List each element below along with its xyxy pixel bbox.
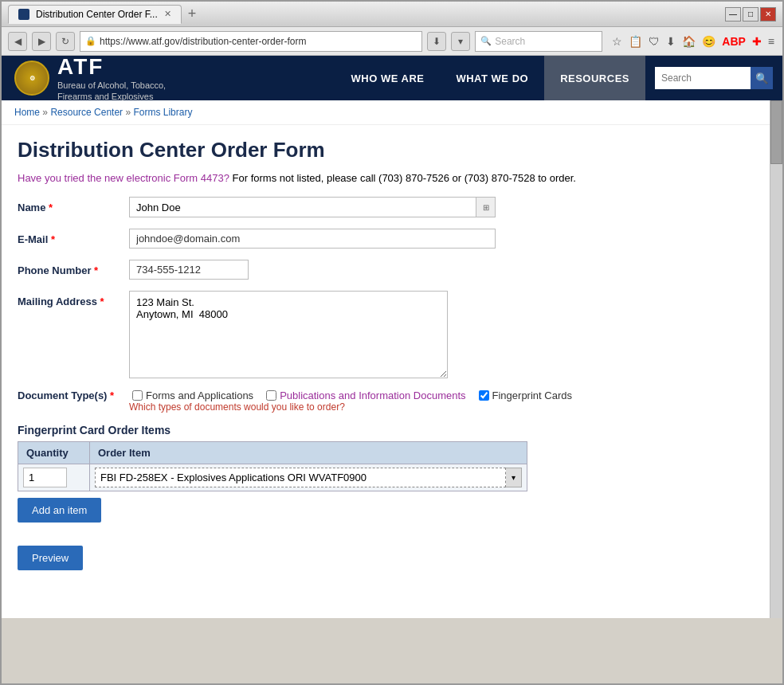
toolbar-icons: ☆ 📋 🛡 ⬇ 🏠 😊 ABP ✚ ≡ <box>610 33 776 49</box>
fingerprint-label: Fingerprint Cards <box>492 389 572 401</box>
doc-option-fingerprint: Fingerprint Cards <box>479 389 572 401</box>
seal-inner: ⚙ <box>29 75 35 82</box>
quantity-input[interactable] <box>23 468 67 487</box>
name-picker-icon[interactable]: ⊞ <box>476 197 496 217</box>
nav-search-button[interactable]: 🔍 <box>751 67 773 89</box>
active-tab[interactable]: Distribution Center Order F... ✕ <box>8 5 182 24</box>
breadcrumb-resource-center[interactable]: Resource Center <box>50 107 123 118</box>
content-wrapper: Home » Resource Center » Forms Library D… <box>2 100 782 618</box>
publications-label: Publications and Information Documents <box>280 389 465 401</box>
maximize-button[interactable]: □ <box>743 7 759 22</box>
minimize-button[interactable]: — <box>725 7 741 22</box>
atf-seal: ⚙ <box>14 61 49 96</box>
reading-list-icon[interactable]: 📋 <box>627 33 644 49</box>
url-text: https://www.atf.gov/distribution-center-… <box>100 36 306 47</box>
forward-button[interactable]: ▶ <box>32 32 51 51</box>
doc-types-row: Document Type(s) * Forms and Application… <box>18 389 766 401</box>
breadcrumb: Home » Resource Center » Forms Library <box>2 100 782 125</box>
atf-brand: ATF Bureau of Alcohol, Tobacco, Firearms… <box>57 54 166 103</box>
name-input[interactable] <box>129 197 476 217</box>
browser-search-bar[interactable]: 🔍 Search <box>475 31 602 52</box>
doc-types-hint: Which types of documents would you like … <box>129 401 766 413</box>
search-placeholder: Search <box>495 36 525 47</box>
doc-types-required: * <box>110 389 114 401</box>
browser-window: Distribution Center Order F... ✕ + — □ ✕… <box>0 0 784 685</box>
nav-who-we-are[interactable]: WHO WE ARE <box>335 56 441 100</box>
col-order-item: Order Item <box>90 442 527 464</box>
doc-types-label: Document Type(s) * <box>18 389 129 401</box>
name-field-group: Name * ⊞ <box>18 197 766 217</box>
doc-options: Forms and Applications Publications and … <box>132 389 572 401</box>
window-controls: — □ ✕ <box>725 7 776 22</box>
nav-search-input[interactable] <box>655 67 751 89</box>
promo-link[interactable]: Have you tried the new electronic Form 4… <box>18 172 229 184</box>
nav-search: 🔍 <box>645 56 782 100</box>
scrollbar-thumb[interactable] <box>770 100 782 164</box>
home-icon[interactable]: 🏠 <box>680 33 697 49</box>
main-content: Distribution Center Order Form Have you … <box>2 125 782 583</box>
reload-button[interactable]: ↻ <box>56 32 75 51</box>
address-required: * <box>100 296 104 307</box>
table-header-row: Quantity Order Item <box>18 442 527 464</box>
atf-navigation: ⚙ ATF Bureau of Alcohol, Tobacco, Firear… <box>2 56 782 100</box>
fingerprint-checkbox[interactable] <box>479 390 489 401</box>
bookmark-icon[interactable]: ☆ <box>610 33 624 49</box>
breadcrumb-home[interactable]: Home <box>14 107 40 118</box>
address-field-group: Mailing Address * 123 Main St. Anytown, … <box>18 291 766 378</box>
tab-bar: Distribution Center Order F... ✕ + <box>8 5 196 24</box>
new-tab-button[interactable]: + <box>188 6 197 22</box>
nav-links: WHO WE ARE WHAT WE DO RESOURCES 🔍 <box>335 56 782 100</box>
extension-icon[interactable]: ✚ <box>751 33 763 49</box>
item-select-dropdown-button[interactable]: ▾ <box>506 468 522 487</box>
tab-close-button[interactable]: ✕ <box>164 9 171 19</box>
address-bar: ◀ ▶ ↻ 🔒 https://www.atf.gov/distribution… <box>2 27 782 56</box>
atf-logo: ⚙ ATF Bureau of Alcohol, Tobacco, Firear… <box>2 56 178 100</box>
doc-types-section: Document Type(s) * Forms and Application… <box>18 389 766 413</box>
nav-what-we-do[interactable]: WHAT WE DO <box>440 56 544 100</box>
back-button[interactable]: ◀ <box>8 32 27 51</box>
scrollbar-track[interactable] <box>770 100 782 618</box>
nav-resources[interactable]: RESOURCES <box>544 56 645 100</box>
item-select[interactable]: FBI FD-258EX - Explosives Applications O… <box>95 468 506 487</box>
download-button[interactable]: ⬇ <box>427 32 446 51</box>
download2-icon[interactable]: ⬇ <box>664 33 677 49</box>
name-label: Name * <box>18 197 129 213</box>
breadcrumb-forms-library[interactable]: Forms Library <box>133 107 192 118</box>
name-required: * <box>49 202 53 213</box>
name-input-wrapper: ⊞ <box>129 197 496 217</box>
add-item-button[interactable]: Add an item <box>18 498 101 523</box>
page-title: Distribution Center Order Form <box>18 138 766 162</box>
email-label: E-Mail * <box>18 229 129 245</box>
atf-brand-subtitle: Bureau of Alcohol, Tobacco, Firearms and… <box>57 80 166 103</box>
shield-icon[interactable]: 🛡 <box>647 33 661 49</box>
adblock-icon[interactable]: ABP <box>720 33 747 49</box>
phone-label: Phone Number * <box>18 260 129 276</box>
download-options-button[interactable]: ▾ <box>451 32 470 51</box>
title-bar: Distribution Center Order F... ✕ + — □ ✕ <box>2 2 782 27</box>
forms-checkbox[interactable] <box>132 390 143 401</box>
doc-option-publications: Publications and Information Documents <box>266 389 465 401</box>
email-field-group: E-Mail * <box>18 229 766 249</box>
tab-favicon <box>18 9 29 20</box>
phone-input[interactable] <box>129 260 249 280</box>
email-input[interactable] <box>129 229 496 249</box>
col-quantity: Quantity <box>18 442 90 464</box>
phone-required: * <box>94 264 98 276</box>
table-row: FBI FD-258EX - Explosives Applications O… <box>18 464 527 491</box>
menu-icon[interactable]: ≡ <box>766 33 776 49</box>
address-input[interactable]: 123 Main St. Anytown, MI 48000 <box>129 291 448 378</box>
emoji-icon[interactable]: 😊 <box>700 33 717 49</box>
close-button[interactable]: ✕ <box>760 7 776 22</box>
phone-field-group: Phone Number * <box>18 260 766 280</box>
doc-option-forms: Forms and Applications <box>132 389 253 401</box>
atf-brand-name: ATF <box>57 54 166 80</box>
quantity-cell <box>18 464 90 491</box>
item-cell: FBI FD-258EX - Explosives Applications O… <box>90 464 527 491</box>
page-content: Home » Resource Center » Forms Library D… <box>2 100 782 618</box>
promo-text: Have you tried the new electronic Form 4… <box>18 172 766 184</box>
forms-label: Forms and Applications <box>146 389 253 401</box>
url-bar[interactable]: 🔒 https://www.atf.gov/distribution-cente… <box>80 31 422 52</box>
preview-button[interactable]: Preview <box>18 546 83 570</box>
publications-checkbox[interactable] <box>266 390 276 401</box>
order-section-title: Fingerprint Card Order Items <box>18 424 766 436</box>
